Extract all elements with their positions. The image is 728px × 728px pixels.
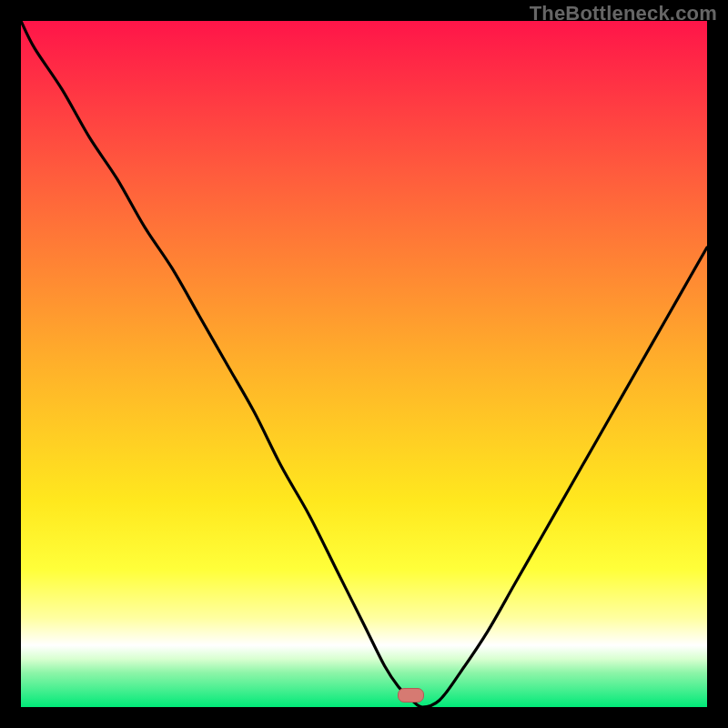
watermark-text: TheBottleneck.com [530, 2, 717, 25]
plot-area [21, 21, 707, 707]
chart-frame: TheBottleneck.com [0, 0, 728, 728]
minimum-marker [398, 688, 424, 703]
bottleneck-curve-path [21, 21, 707, 707]
curve-layer [21, 21, 707, 707]
